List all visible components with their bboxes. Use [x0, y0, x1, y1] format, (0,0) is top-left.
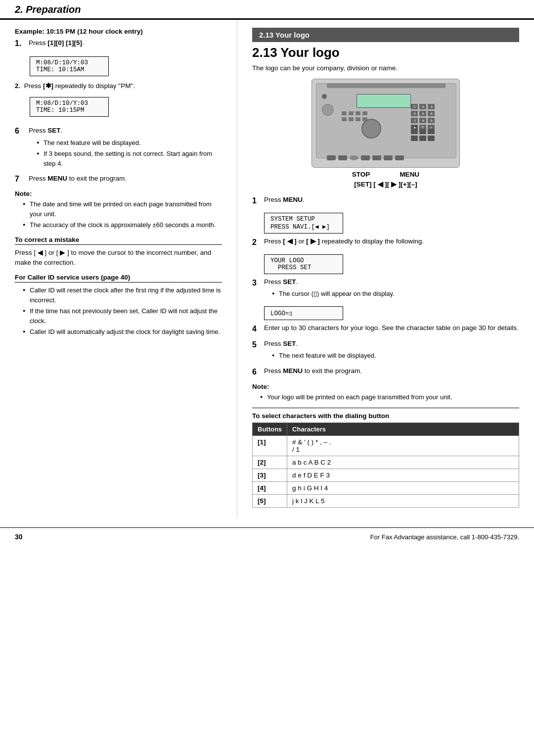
step-6-bullet-1: The next feature will be displayed. [37, 138, 222, 148]
right-step-6-content: Press MENU to exit the program. [264, 366, 519, 376]
char-btn-2: [2] [253, 456, 287, 469]
display-right-2: YOUR LOGO PRESS SET [264, 254, 343, 274]
right-step-3-bullets: The cursor (▯) will appear on the displa… [272, 289, 519, 299]
two-col-layout: Example: 10:15 PM (12 hour clock entry) … [0, 20, 534, 518]
char-table-title: To select characters with the dialing bu… [252, 408, 519, 420]
char-table-row-3: [3] d e f D E F 3 [253, 469, 519, 482]
right-step-3-content: Press SET. The cursor (▯) will appear on… [264, 277, 519, 300]
display-right-1: SYSTEM SETUP PRESS NAVI.[◀ ▶] [264, 213, 343, 234]
right-step-4-content: Enter up to 30 characters for your logo.… [264, 323, 519, 333]
step-7-num: 7 [15, 173, 29, 185]
note-2: The accuracy of the clock is approximate… [23, 220, 222, 230]
char-table-row-1: [1] # & ' ( ) * , – ./ 1 [253, 436, 519, 456]
caller-bullet-2: If the time has not previously been set,… [23, 306, 222, 326]
example-title: Example: 10:15 PM (12 hour clock entry) [15, 28, 222, 35]
char-table: Buttons Characters [1] # & ' ( ) * , – .… [252, 423, 519, 508]
right-step-1-num: 1 [252, 195, 264, 207]
fax-illustration: ① ② ③ ④ ⑤ ⑥ ⑦ ⑧ ⑨ ★ ⓪ # [312, 79, 460, 168]
right-step-5-bullet: The next feature will be displayed. [272, 351, 519, 361]
right-column: 2.13 Your logo 2.13 Your logo The logo c… [237, 20, 534, 518]
right-step-4: 4 Enter up to 30 characters for your log… [252, 323, 519, 335]
char-table-row-2: [2] a b c A B C 2 [253, 456, 519, 469]
step-6-bullet-2: If 3 beeps sound, the setting is not cor… [37, 149, 222, 168]
right-step-6: 6 Press MENU to exit the program. [252, 366, 519, 378]
char-btn-3: [3] [253, 469, 287, 482]
right-step-2: 2 Press [ ◀ ] or [ ▶ ] repeatedly to dis… [252, 236, 519, 248]
right-step-6-num: 6 [252, 366, 264, 378]
page: 2. Preparation Example: 10:15 PM (12 hou… [0, 0, 534, 756]
step-2: 2. Press [✱] repeatedly to display "PM". [15, 81, 222, 91]
section-2-13-bar-text: 2.13 Your logo [259, 31, 310, 39]
step-7: 7 Press MENU to exit the program. [15, 174, 222, 185]
footer: 30 For Fax Advantage assistance, call 1-… [0, 527, 534, 546]
fax-labels: STOP MENU [252, 171, 519, 178]
display-box-2: M:08/D:10/Y:03 TIME: 10:15PM [30, 97, 109, 117]
caller-bullet-1: Caller ID will reset the clock after the… [23, 285, 222, 305]
right-step-3-bullet: The cursor (▯) will appear on the displa… [272, 289, 519, 299]
section-2-13-title: 2.13 Your logo [252, 45, 519, 60]
display-right-3: LOGO=▯ [264, 306, 343, 320]
right-step-5: 5 Press SET. The next feature will be di… [252, 339, 519, 362]
char-table-row-5: [5] j k l J K L 5 [253, 495, 519, 508]
char-table-header-buttons: Buttons [253, 423, 287, 436]
right-step-5-bullets: The next feature will be displayed. [272, 351, 519, 361]
char-btn-1: [1] [253, 436, 287, 456]
section-title: 2. Preparation [15, 4, 519, 15]
section-2-13-desc: The logo can be your company, division o… [252, 64, 519, 72]
char-table-header-chars: Characters [287, 423, 519, 436]
right-step-3: 3 Press SET. The cursor (▯) will appear … [252, 277, 519, 300]
fax-bracket-labels: [SET] [ ◀ ][ ▶ ][+][–] [252, 180, 519, 188]
step-6-num: 6 [15, 125, 29, 137]
fax-menu-label: MENU [400, 171, 419, 178]
char-chars-5: j k l J K L 5 [287, 495, 519, 508]
step-7-content: Press MENU to exit the program. [29, 174, 222, 184]
char-table-row-4: [4] g h i G H I 4 [253, 482, 519, 495]
notes-list: The date and time will be printed on eac… [23, 199, 222, 230]
char-chars-3: d e f D E F 3 [287, 469, 519, 482]
right-note-1: Your logo will be printed on each page t… [260, 392, 519, 402]
section-header: 2. Preparation [0, 0, 534, 20]
right-step-1-content: Press MENU. [264, 195, 519, 205]
char-table-header-row: Buttons Characters [253, 423, 519, 436]
char-btn-5: [5] [253, 495, 287, 508]
right-step-2-num: 2 [252, 236, 264, 248]
right-step-1: 1 Press MENU. [252, 195, 519, 207]
step-1: 1. Press [1][0] [1][5]. [15, 38, 222, 49]
right-step-4-num: 4 [252, 323, 264, 335]
char-chars-4: g h i G H I 4 [287, 482, 519, 495]
step-1-content: Press [1][0] [1][5]. [29, 38, 222, 48]
section-2-13-bar: 2.13 Your logo [252, 28, 519, 42]
footer-text: For Fax Advantage assistance, call 1-800… [370, 533, 519, 541]
step-6: 6 Press SET. The next feature will be di… [15, 126, 222, 170]
caller-bullet-3: Caller ID will automatically adjust the … [23, 327, 222, 337]
right-step-3-num: 3 [252, 277, 264, 289]
fax-stop-label: STOP [352, 171, 370, 178]
step-1-num: 1. [15, 38, 29, 49]
note-label-1: Note: [15, 190, 222, 197]
caller-id-title: For Caller ID service users (page 40) [15, 274, 222, 283]
step-6-bullets: The next feature will be displayed. If 3… [37, 138, 222, 169]
right-step-5-content: Press SET. The next feature will be disp… [264, 339, 519, 362]
step-6-content: Press SET. The next feature will be disp… [29, 126, 222, 170]
right-step-5-num: 5 [252, 339, 264, 351]
note-1: The date and time will be printed on eac… [23, 199, 222, 219]
caller-bullets: Caller ID will reset the clock after the… [23, 285, 222, 337]
correct-mistake-title: To correct a mistake [15, 236, 222, 245]
char-chars-1: # & ' ( ) * , – ./ 1 [287, 436, 519, 456]
char-btn-4: [4] [253, 482, 287, 495]
right-note-label: Note: [252, 383, 519, 390]
correct-mistake-text: Press [ ◀ ] or [ ▶ ] to move the cursor … [15, 248, 222, 268]
left-column: Example: 10:15 PM (12 hour clock entry) … [0, 20, 237, 518]
footer-page-num: 30 [15, 533, 23, 541]
right-step-2-content: Press [ ◀ ] or [ ▶ ] repeatedly to displ… [264, 236, 519, 246]
display-box-1: M:08/D:10/Y:03 TIME: 10:15AM [30, 56, 109, 76]
char-chars-2: a b c A B C 2 [287, 456, 519, 469]
right-notes: Your logo will be printed on each page t… [260, 392, 519, 402]
